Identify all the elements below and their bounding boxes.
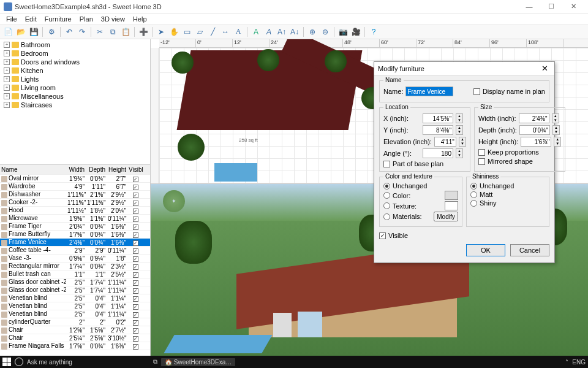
elevation-input[interactable]	[434, 137, 456, 147]
color-button[interactable]	[445, 191, 458, 200]
shine-unchanged-radio[interactable]: Unchanged	[470, 182, 545, 190]
height-input[interactable]	[521, 137, 551, 147]
room-icon[interactable]: ▱	[194, 26, 205, 37]
undo-icon[interactable]: ↶	[64, 26, 75, 37]
polyline-icon[interactable]: ╱	[207, 26, 218, 37]
depth-input[interactable]	[519, 125, 550, 135]
tray-up-icon[interactable]: ˄	[565, 359, 568, 366]
menu-3dview[interactable]: 3D view	[97, 15, 129, 23]
open-icon[interactable]: 📂	[15, 26, 26, 37]
dialog-close-button[interactable]: ✕	[539, 64, 551, 73]
color-unchanged-radio[interactable]: Unchanged	[383, 182, 458, 190]
catalog-item[interactable]: +Kitchen	[1, 66, 149, 75]
cortana-icon[interactable]	[15, 358, 23, 366]
name-input[interactable]	[405, 86, 453, 96]
catalog-item[interactable]: +Doors and windows	[1, 58, 149, 66]
furniture-row[interactable]: Chair2'5¼"2'5⅝"3'10½"✓	[0, 334, 150, 342]
texture-button[interactable]	[445, 201, 458, 210]
maximize-button[interactable]: ☐	[540, 0, 562, 13]
keep-proportions-checkbox[interactable]: Keep proportions	[478, 148, 561, 156]
furniture-row[interactable]: Glass door cabinet -2-2'5"1'7¼"1'11¼"✓	[0, 278, 150, 286]
furniture-row[interactable]: Cooker -2-1'11⅝"1'11⅝"2'9½"✓	[0, 199, 150, 207]
furniture-row[interactable]: Frame Butterfly1'7⅝"0'0¾"1'6⅜"✓	[0, 231, 150, 239]
taskbar[interactable]: Ask me anything ⧉ 🏠 SweetHome3DExa… ˄ EN…	[0, 356, 588, 368]
compass-icon[interactable]: ✦	[163, 190, 185, 212]
catalog-tree[interactable]: +Bathroom+Bedroom+Doors and windows+Kitc…	[0, 39, 150, 165]
taskbar-app[interactable]: 🏠 SweetHome3DExa…	[161, 358, 235, 366]
furniture-row[interactable]: Wardrobe4'9"1'11"6'7"✓	[0, 183, 150, 191]
furniture-row[interactable]: Frame Tiger2'0¾"0'0¾"1'6⅜"✓	[0, 223, 150, 231]
y-input[interactable]	[423, 125, 453, 135]
furniture-row[interactable]: Coffee table -4-2'9"2'9"0'11¼"✓	[0, 247, 150, 255]
furniture-row[interactable]: Microwave1'9⅝"1'1⅝"0'11¼"✓	[0, 215, 150, 223]
wall-icon[interactable]: ▭	[181, 26, 192, 37]
furniture-row[interactable]: Bullet trash can1'1"1'1"2'5½"✓	[0, 270, 150, 278]
furniture-row[interactable]: cylinderQuarter2"2"0'2"✓	[0, 318, 150, 326]
modify-materials-button[interactable]: Modify	[434, 212, 458, 221]
zoom-out-icon[interactable]: ⊖	[320, 26, 331, 37]
catalog-item[interactable]: +Bathroom	[1, 40, 149, 49]
help-icon[interactable]: ?	[368, 26, 379, 37]
text-italic-icon[interactable]: A	[263, 26, 274, 37]
furniture-row[interactable]: Frame Niagara Falls1'7⅝"0'0¾"1'6⅜"✓	[0, 342, 150, 350]
start-button[interactable]	[2, 358, 11, 366]
menu-edit[interactable]: Edit	[21, 15, 40, 23]
furniture-list[interactable]: Name Width Depth Height Visible Oval mir…	[0, 165, 150, 356]
x-input[interactable]	[423, 113, 453, 123]
furniture-row[interactable]: Oval mirror1'9¾"0'0¾"2'7"✓	[0, 175, 150, 183]
mirrored-checkbox[interactable]: Mirrored shape	[478, 158, 561, 165]
paste-icon[interactable]: 📋	[120, 26, 131, 37]
y-spinner[interactable]: ▲▼	[456, 125, 463, 135]
materials-radio[interactable]: Materials:Modify	[383, 212, 458, 221]
visible-checkbox[interactable]: ✓Visible	[379, 232, 549, 239]
texture-radio[interactable]: Texture:	[383, 201, 458, 210]
catalog-item[interactable]: +Lights	[1, 75, 149, 83]
furniture-row[interactable]: Hood1'11½"1'8½"2'0¼"✓	[0, 207, 150, 215]
prefs-icon[interactable]: ⚙	[46, 26, 57, 37]
color-radio[interactable]: Color:	[383, 191, 458, 200]
minimize-button[interactable]: —	[518, 0, 540, 13]
save-icon[interactable]: 💾	[28, 26, 39, 37]
copy-icon[interactable]: ⧉	[107, 26, 118, 37]
furniture-row[interactable]: Venetian blind2'5"0'4"1'1¼"✓	[0, 302, 150, 310]
cut-icon[interactable]: ✂	[94, 26, 105, 37]
x-spinner[interactable]: ▲▼	[456, 113, 463, 123]
menu-help[interactable]: Help	[129, 15, 151, 23]
text-size-up-icon[interactable]: A↑	[276, 26, 287, 37]
task-view-icon[interactable]: ⧉	[153, 358, 157, 366]
furniture-list-header[interactable]: Name Width Depth Height Visible	[0, 165, 150, 175]
text-size-down-icon[interactable]: A↓	[289, 26, 300, 37]
furniture-row[interactable]: Glass door cabinet -2-2'5"1'7¼"1'11¼"✓	[0, 286, 150, 294]
photo-icon[interactable]: 📷	[337, 26, 349, 37]
display-in-plan-checkbox[interactable]: Display name in plan	[473, 88, 545, 95]
furniture-row[interactable]: Venetian blind2'5"0'4"1'11¼"✓	[0, 310, 150, 318]
text-icon[interactable]: A	[233, 26, 244, 37]
dimension-icon[interactable]: ↔	[220, 26, 231, 37]
shine-matt-radio[interactable]: Matt	[470, 191, 545, 198]
pan-icon[interactable]: ✋	[168, 26, 179, 37]
catalog-item[interactable]: +Living room	[1, 83, 149, 92]
cancel-button[interactable]: Cancel	[510, 244, 549, 256]
redo-icon[interactable]: ↷	[77, 26, 88, 37]
angle-spinner[interactable]: ▲▼	[456, 148, 463, 158]
text-bold-icon[interactable]: A	[251, 26, 262, 37]
furniture-row[interactable]: Dishwasher1'11⅝"2'1⅝"2'9½"✓	[0, 191, 150, 199]
catalog-item[interactable]: +Staircases	[1, 101, 149, 109]
dialog-title-bar[interactable]: Modify furniture ✕	[374, 62, 554, 75]
furniture-row[interactable]: Rectangular mirror1'7¼"0'0¾"2'3½"✓	[0, 263, 150, 270]
shine-shiny-radio[interactable]: Shiny	[470, 199, 545, 207]
furniture-row[interactable]: Venetian blind2'5"0'4"1'1¼"✓	[0, 294, 150, 302]
elevation-spinner[interactable]: ▲▼	[459, 137, 466, 147]
close-button[interactable]: ✕	[562, 0, 584, 13]
width-input[interactable]	[519, 113, 549, 123]
baseplan-checkbox[interactable]: Part of base plan	[383, 160, 466, 167]
furniture-row[interactable]: Frame Venice2'4⅜"0'0¾"1'6⅜"✓	[0, 239, 150, 247]
furniture-row[interactable]: Chair1'2⅝"1'5⅝"2'7½"✓	[0, 326, 150, 334]
new-icon[interactable]: 📄	[2, 26, 13, 37]
menu-plan[interactable]: Plan	[76, 15, 97, 23]
height-spinner[interactable]: ▲▼	[554, 137, 561, 147]
angle-input[interactable]	[423, 148, 453, 158]
depth-spinner[interactable]: ▲▼	[552, 125, 560, 135]
select-icon[interactable]: ➤	[156, 26, 167, 37]
catalog-item[interactable]: +Bedroom	[1, 49, 149, 58]
